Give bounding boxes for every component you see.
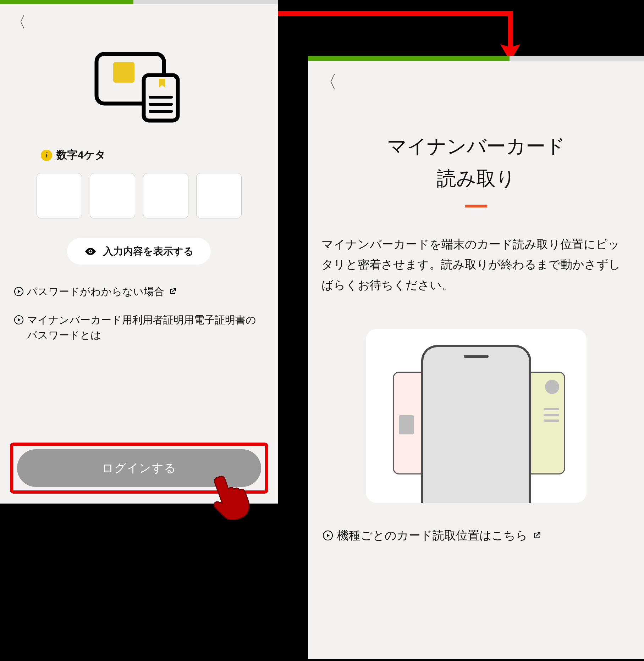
svg-rect-1 [113,62,134,83]
toggle-show-password-button[interactable]: 入力内容を表示する [67,238,211,265]
pin-entry-screen: 〈 i 数字4ケタ 入力内容を表示する [0,0,278,504]
title-line-2: 読み取り [308,162,644,195]
pin-digit-2[interactable] [90,173,135,218]
description-text: マイナンバーカードを端末のカード読み取り位置にピッタリと密着させます。読み取りが… [321,234,631,295]
eye-icon [84,245,97,258]
about-password-link[interactable]: マイナンバーカード用利用者証明用電子証明書のパスワードとは [0,312,278,343]
title-underline [465,205,487,207]
info-icon[interactable]: i [41,150,52,161]
play-circle-icon [14,287,23,296]
login-highlight-box: ログインする [10,443,268,494]
progress-bar [308,56,644,61]
login-button[interactable]: ログインする [17,449,261,487]
pin-digit-3[interactable] [143,173,188,218]
card-position-link-text: 機種ごとのカード読取位置はこちら [337,529,528,542]
forgot-password-text: パスワードがわからない場合 [27,286,164,297]
phone-card-illustration [366,329,587,503]
title-line-1: マイナンバーカード [308,130,644,162]
about-password-text: マイナンバーカード用利用者証明用電子証明書のパスワードとは [27,312,264,343]
forgot-password-link[interactable]: パスワードがわからない場合 [0,284,278,300]
back-chevron-icon[interactable]: 〈 [11,14,26,30]
play-circle-icon [14,315,23,324]
pin-digit-1[interactable] [37,173,82,218]
svg-point-7 [89,250,92,252]
card-read-screen: 〈 マイナンバーカード 読み取り マイナンバーカードを端末のカード読み取り位置に… [308,56,644,659]
toggle-show-password-label: 入力内容を表示する [103,245,194,258]
external-link-icon [532,531,541,540]
pin-input-group [0,173,278,218]
back-chevron-icon[interactable]: 〈 [319,73,337,91]
progress-bar [0,0,278,4]
pin-digit-4[interactable] [196,173,242,218]
external-link-icon [169,287,177,296]
smartphone-icon [421,345,531,503]
pin-label-row: i 数字4ケタ [41,148,278,162]
play-circle-icon [323,531,333,540]
card-position-link[interactable]: 機種ごとのカード読取位置はこちら [308,528,644,544]
page-title: マイナンバーカード 読み取り [308,130,644,195]
login-button-label: ログインする [102,460,176,476]
pin-label-text: 数字4ケタ [56,148,106,162]
card-svg-icon [93,50,185,123]
card-document-icon [0,50,278,123]
